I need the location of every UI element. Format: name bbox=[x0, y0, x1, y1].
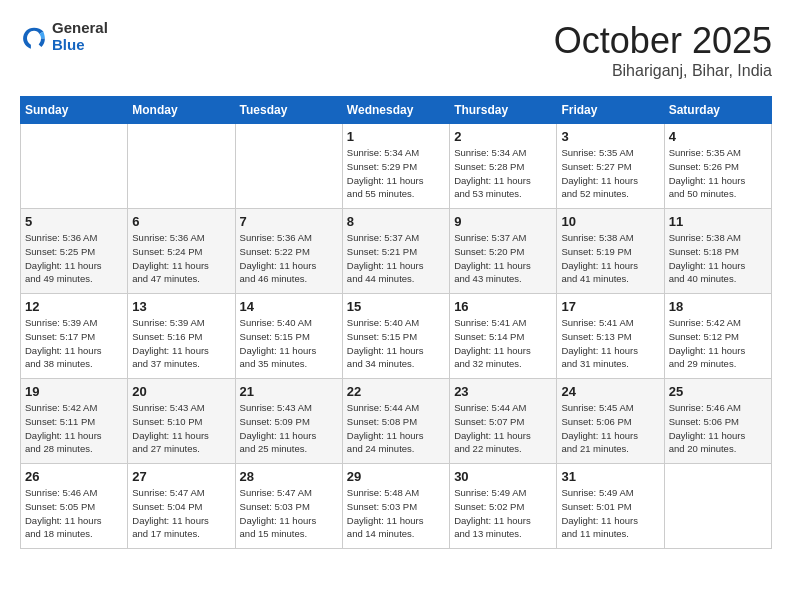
month-title: October 2025 bbox=[554, 20, 772, 62]
calendar-cell: 29Sunrise: 5:48 AM Sunset: 5:03 PM Dayli… bbox=[342, 464, 449, 549]
calendar-week-row: 26Sunrise: 5:46 AM Sunset: 5:05 PM Dayli… bbox=[21, 464, 772, 549]
calendar-cell: 2Sunrise: 5:34 AM Sunset: 5:28 PM Daylig… bbox=[450, 124, 557, 209]
calendar-cell: 21Sunrise: 5:43 AM Sunset: 5:09 PM Dayli… bbox=[235, 379, 342, 464]
day-number: 15 bbox=[347, 299, 445, 314]
day-info: Sunrise: 5:44 AM Sunset: 5:08 PM Dayligh… bbox=[347, 401, 445, 456]
day-number: 17 bbox=[561, 299, 659, 314]
calendar-cell: 3Sunrise: 5:35 AM Sunset: 5:27 PM Daylig… bbox=[557, 124, 664, 209]
weekday-header: Wednesday bbox=[342, 97, 449, 124]
calendar-week-row: 1Sunrise: 5:34 AM Sunset: 5:29 PM Daylig… bbox=[21, 124, 772, 209]
calendar-cell: 10Sunrise: 5:38 AM Sunset: 5:19 PM Dayli… bbox=[557, 209, 664, 294]
day-info: Sunrise: 5:41 AM Sunset: 5:14 PM Dayligh… bbox=[454, 316, 552, 371]
calendar-cell: 4Sunrise: 5:35 AM Sunset: 5:26 PM Daylig… bbox=[664, 124, 771, 209]
weekday-header: Monday bbox=[128, 97, 235, 124]
calendar-cell: 19Sunrise: 5:42 AM Sunset: 5:11 PM Dayli… bbox=[21, 379, 128, 464]
day-info: Sunrise: 5:43 AM Sunset: 5:10 PM Dayligh… bbox=[132, 401, 230, 456]
title-block: October 2025 Bihariganj, Bihar, India bbox=[554, 20, 772, 80]
calendar-cell: 8Sunrise: 5:37 AM Sunset: 5:21 PM Daylig… bbox=[342, 209, 449, 294]
day-info: Sunrise: 5:36 AM Sunset: 5:25 PM Dayligh… bbox=[25, 231, 123, 286]
day-info: Sunrise: 5:47 AM Sunset: 5:04 PM Dayligh… bbox=[132, 486, 230, 541]
day-info: Sunrise: 5:39 AM Sunset: 5:17 PM Dayligh… bbox=[25, 316, 123, 371]
day-number: 8 bbox=[347, 214, 445, 229]
calendar-body: 1Sunrise: 5:34 AM Sunset: 5:29 PM Daylig… bbox=[21, 124, 772, 549]
calendar-cell: 11Sunrise: 5:38 AM Sunset: 5:18 PM Dayli… bbox=[664, 209, 771, 294]
day-info: Sunrise: 5:35 AM Sunset: 5:27 PM Dayligh… bbox=[561, 146, 659, 201]
day-number: 25 bbox=[669, 384, 767, 399]
day-number: 16 bbox=[454, 299, 552, 314]
calendar-cell: 31Sunrise: 5:49 AM Sunset: 5:01 PM Dayli… bbox=[557, 464, 664, 549]
day-info: Sunrise: 5:46 AM Sunset: 5:05 PM Dayligh… bbox=[25, 486, 123, 541]
calendar-cell: 12Sunrise: 5:39 AM Sunset: 5:17 PM Dayli… bbox=[21, 294, 128, 379]
day-number: 31 bbox=[561, 469, 659, 484]
day-info: Sunrise: 5:36 AM Sunset: 5:22 PM Dayligh… bbox=[240, 231, 338, 286]
day-number: 18 bbox=[669, 299, 767, 314]
calendar-cell: 5Sunrise: 5:36 AM Sunset: 5:25 PM Daylig… bbox=[21, 209, 128, 294]
day-info: Sunrise: 5:46 AM Sunset: 5:06 PM Dayligh… bbox=[669, 401, 767, 456]
calendar-cell: 20Sunrise: 5:43 AM Sunset: 5:10 PM Dayli… bbox=[128, 379, 235, 464]
calendar-header: SundayMondayTuesdayWednesdayThursdayFrid… bbox=[21, 97, 772, 124]
day-info: Sunrise: 5:48 AM Sunset: 5:03 PM Dayligh… bbox=[347, 486, 445, 541]
day-info: Sunrise: 5:45 AM Sunset: 5:06 PM Dayligh… bbox=[561, 401, 659, 456]
logo-icon bbox=[20, 23, 48, 51]
day-info: Sunrise: 5:37 AM Sunset: 5:20 PM Dayligh… bbox=[454, 231, 552, 286]
day-number: 9 bbox=[454, 214, 552, 229]
day-number: 13 bbox=[132, 299, 230, 314]
day-info: Sunrise: 5:38 AM Sunset: 5:19 PM Dayligh… bbox=[561, 231, 659, 286]
day-number: 11 bbox=[669, 214, 767, 229]
calendar-cell bbox=[664, 464, 771, 549]
calendar-cell bbox=[128, 124, 235, 209]
day-number: 30 bbox=[454, 469, 552, 484]
day-number: 10 bbox=[561, 214, 659, 229]
calendar-cell: 24Sunrise: 5:45 AM Sunset: 5:06 PM Dayli… bbox=[557, 379, 664, 464]
calendar-cell: 16Sunrise: 5:41 AM Sunset: 5:14 PM Dayli… bbox=[450, 294, 557, 379]
day-info: Sunrise: 5:37 AM Sunset: 5:21 PM Dayligh… bbox=[347, 231, 445, 286]
calendar-cell: 7Sunrise: 5:36 AM Sunset: 5:22 PM Daylig… bbox=[235, 209, 342, 294]
calendar-cell: 17Sunrise: 5:41 AM Sunset: 5:13 PM Dayli… bbox=[557, 294, 664, 379]
calendar-cell bbox=[235, 124, 342, 209]
weekday-header: Saturday bbox=[664, 97, 771, 124]
calendar-cell: 6Sunrise: 5:36 AM Sunset: 5:24 PM Daylig… bbox=[128, 209, 235, 294]
calendar-cell: 14Sunrise: 5:40 AM Sunset: 5:15 PM Dayli… bbox=[235, 294, 342, 379]
day-number: 22 bbox=[347, 384, 445, 399]
weekday-header: Friday bbox=[557, 97, 664, 124]
calendar-cell: 28Sunrise: 5:47 AM Sunset: 5:03 PM Dayli… bbox=[235, 464, 342, 549]
location: Bihariganj, Bihar, India bbox=[554, 62, 772, 80]
calendar-cell: 27Sunrise: 5:47 AM Sunset: 5:04 PM Dayli… bbox=[128, 464, 235, 549]
day-info: Sunrise: 5:36 AM Sunset: 5:24 PM Dayligh… bbox=[132, 231, 230, 286]
calendar-cell: 13Sunrise: 5:39 AM Sunset: 5:16 PM Dayli… bbox=[128, 294, 235, 379]
weekday-header: Thursday bbox=[450, 97, 557, 124]
day-number: 29 bbox=[347, 469, 445, 484]
page-header: General Blue October 2025 Bihariganj, Bi… bbox=[20, 20, 772, 80]
calendar-week-row: 5Sunrise: 5:36 AM Sunset: 5:25 PM Daylig… bbox=[21, 209, 772, 294]
calendar-cell: 18Sunrise: 5:42 AM Sunset: 5:12 PM Dayli… bbox=[664, 294, 771, 379]
calendar-cell: 22Sunrise: 5:44 AM Sunset: 5:08 PM Dayli… bbox=[342, 379, 449, 464]
day-number: 27 bbox=[132, 469, 230, 484]
weekday-header: Sunday bbox=[21, 97, 128, 124]
day-number: 28 bbox=[240, 469, 338, 484]
day-number: 6 bbox=[132, 214, 230, 229]
day-info: Sunrise: 5:39 AM Sunset: 5:16 PM Dayligh… bbox=[132, 316, 230, 371]
day-info: Sunrise: 5:44 AM Sunset: 5:07 PM Dayligh… bbox=[454, 401, 552, 456]
day-number: 26 bbox=[25, 469, 123, 484]
day-number: 21 bbox=[240, 384, 338, 399]
day-info: Sunrise: 5:40 AM Sunset: 5:15 PM Dayligh… bbox=[347, 316, 445, 371]
day-info: Sunrise: 5:40 AM Sunset: 5:15 PM Dayligh… bbox=[240, 316, 338, 371]
day-number: 1 bbox=[347, 129, 445, 144]
day-number: 4 bbox=[669, 129, 767, 144]
logo: General Blue bbox=[20, 20, 108, 53]
day-number: 3 bbox=[561, 129, 659, 144]
day-info: Sunrise: 5:42 AM Sunset: 5:11 PM Dayligh… bbox=[25, 401, 123, 456]
day-info: Sunrise: 5:49 AM Sunset: 5:01 PM Dayligh… bbox=[561, 486, 659, 541]
day-info: Sunrise: 5:43 AM Sunset: 5:09 PM Dayligh… bbox=[240, 401, 338, 456]
day-info: Sunrise: 5:47 AM Sunset: 5:03 PM Dayligh… bbox=[240, 486, 338, 541]
day-number: 19 bbox=[25, 384, 123, 399]
calendar-cell: 30Sunrise: 5:49 AM Sunset: 5:02 PM Dayli… bbox=[450, 464, 557, 549]
calendar-table: SundayMondayTuesdayWednesdayThursdayFrid… bbox=[20, 96, 772, 549]
day-number: 12 bbox=[25, 299, 123, 314]
header-row: SundayMondayTuesdayWednesdayThursdayFrid… bbox=[21, 97, 772, 124]
day-number: 24 bbox=[561, 384, 659, 399]
day-number: 5 bbox=[25, 214, 123, 229]
calendar-cell: 26Sunrise: 5:46 AM Sunset: 5:05 PM Dayli… bbox=[21, 464, 128, 549]
calendar-week-row: 19Sunrise: 5:42 AM Sunset: 5:11 PM Dayli… bbox=[21, 379, 772, 464]
day-number: 20 bbox=[132, 384, 230, 399]
